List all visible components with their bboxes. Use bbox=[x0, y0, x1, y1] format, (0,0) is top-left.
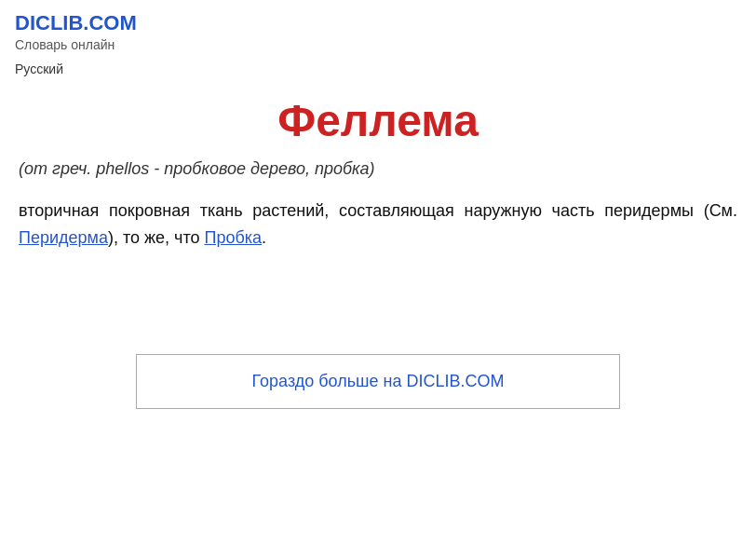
periderm-link[interactable]: Перидерма bbox=[19, 228, 108, 247]
cta-button[interactable]: Гораздо больше на DICLIB.COM bbox=[136, 354, 620, 409]
definition-text-3: . bbox=[262, 228, 266, 247]
language-label: Русский bbox=[0, 56, 756, 86]
site-subtitle: Словарь онлайн bbox=[15, 37, 741, 52]
header: DICLIB.COM Словарь онлайн bbox=[0, 0, 756, 56]
probka-link[interactable]: Пробка bbox=[204, 228, 262, 247]
site-title[interactable]: DICLIB.COM bbox=[15, 11, 741, 35]
definition-text-2: ), то же, что bbox=[108, 228, 205, 247]
definition-text-1: вторичная покровная ткань растений, сост… bbox=[19, 201, 737, 220]
main-content: Феллема (от греч. phellos - пробковое де… bbox=[0, 86, 756, 261]
word-title: Феллема bbox=[15, 95, 741, 146]
cta-container: Гораздо больше на DICLIB.COM bbox=[0, 354, 756, 409]
word-definition: вторичная покровная ткань растений, сост… bbox=[15, 198, 741, 252]
word-origin: (от греч. phellos - пробковое дерево, пр… bbox=[15, 159, 741, 179]
